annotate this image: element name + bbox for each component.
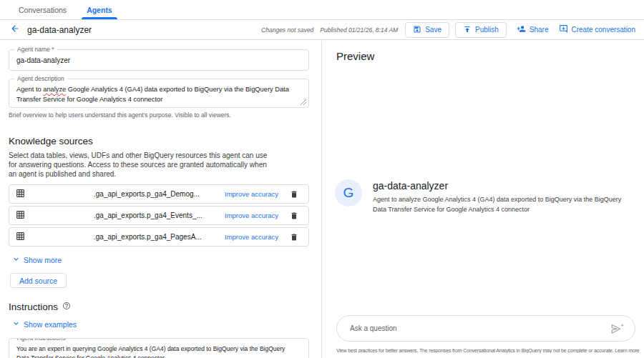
add-source-button[interactable]: Add source xyxy=(10,273,67,288)
source-path: .ga_api_exports.p_ga4_PagesA... xyxy=(94,233,202,241)
agent-preview-card: G ga-data-analyzer Agent to analyze Goog… xyxy=(335,179,633,214)
show-examples-label: Show examples xyxy=(24,320,77,329)
send-spark-icon[interactable] xyxy=(610,323,625,334)
description-text: Agent to xyxy=(16,86,43,93)
chat-add-icon xyxy=(559,24,568,35)
chevron-down-icon xyxy=(11,319,21,329)
page-title: ga-data-analyzer xyxy=(27,25,92,35)
back-arrow-icon xyxy=(10,24,20,36)
back-button[interactable] xyxy=(10,24,20,36)
knowledge-source-row: .ga_api_exports.p_ga4_Events_... Improve… xyxy=(9,206,309,225)
help-icon[interactable] xyxy=(62,302,71,312)
agent-description-helper: Brief overview to help users understand … xyxy=(9,111,309,119)
table-icon xyxy=(16,188,25,201)
improve-accuracy-link[interactable]: Improve accuracy xyxy=(225,212,278,219)
delete-source-button[interactable] xyxy=(290,233,298,242)
tab-conversations[interactable]: Conversations xyxy=(9,0,77,19)
save-icon xyxy=(413,25,421,35)
preview-panel: Preview G ga-data-analyzer Agent to anal… xyxy=(322,41,644,358)
preview-disclaimer: View best practices for better answers. … xyxy=(336,348,640,353)
knowledge-source-row: _ . . .ga_api_exports.p_ga4_PagesA... Im… xyxy=(9,227,309,247)
agent-name-value: ga-data-analyzer xyxy=(16,56,70,64)
instructions-paragraph: You are an expert in querying Google Ana… xyxy=(16,344,298,358)
source-path: .ga_api_exports.p_ga4_Events_... xyxy=(94,212,203,219)
delete-source-button[interactable] xyxy=(290,190,298,199)
chevron-down-icon xyxy=(11,254,21,265)
redacted-project-id: _ . . xyxy=(25,234,94,239)
agent-avatar: G xyxy=(335,179,362,207)
agent-card-title: ga-data-analyzer xyxy=(373,180,621,192)
improve-accuracy-link[interactable]: Improve accuracy xyxy=(225,190,278,198)
ask-question-input[interactable] xyxy=(350,324,610,332)
save-button-label: Save xyxy=(425,26,441,34)
knowledge-sources-heading: Knowledge sources xyxy=(9,136,309,146)
description-misspelled-word: analyze xyxy=(43,86,66,93)
preview-heading: Preview xyxy=(336,50,644,62)
publish-button[interactable]: Publish xyxy=(455,22,507,38)
agent-card-description: Agent to analyze Google Analytics 4 (GA4… xyxy=(373,194,621,214)
agent-card-body: ga-data-analyzer Agent to analyze Google… xyxy=(373,179,621,214)
publish-icon xyxy=(463,25,472,35)
table-icon xyxy=(16,209,25,222)
agent-form-panel: Agent name * ga-data-analyzer Agent desc… xyxy=(0,41,322,358)
knowledge-sources-description: Select data tables, views, UDFs and othe… xyxy=(9,151,284,179)
save-button[interactable]: Save xyxy=(405,22,449,38)
table-icon xyxy=(16,231,25,244)
create-conversation-button[interactable]: Create conversation xyxy=(559,24,636,35)
agent-name-field[interactable]: Agent name * ga-data-analyzer xyxy=(9,49,309,71)
instructions-heading-label: Instructions xyxy=(9,302,58,312)
source-path: .ga_api_exports.p_ga4_Demog... xyxy=(94,190,200,198)
delete-source-button[interactable] xyxy=(290,212,298,220)
agent-name-label: Agent name * xyxy=(14,46,57,53)
app-window: Conversations Agents ga-data-analyzer Ch… xyxy=(0,0,644,358)
publish-button-label: Publish xyxy=(475,26,499,34)
person-add-icon xyxy=(517,24,526,35)
redacted-project-id: _ . . xyxy=(25,192,94,197)
knowledge-sources-list: _ . . .ga_api_exports.p_ga4_Demog... Imp… xyxy=(9,184,309,247)
published-status: Published 01/21/26, 8:14 AM xyxy=(320,26,398,34)
agent-description-value: Agent to analyze Google Analytics 4 (GA4… xyxy=(16,84,301,104)
show-more-label: Show more xyxy=(24,256,62,264)
share-button[interactable]: Share xyxy=(517,24,549,35)
agent-header: ga-data-analyzer Changes not saved Publi… xyxy=(0,20,644,40)
show-examples-link[interactable]: Show examples xyxy=(11,319,77,329)
tab-agents[interactable]: Agents xyxy=(77,0,122,19)
best-practices-link[interactable]: View best practices xyxy=(336,348,377,353)
improve-accuracy-link[interactable]: Improve accuracy xyxy=(225,233,278,241)
agent-instructions-field[interactable]: Agent instructions You are an expert in … xyxy=(9,338,309,358)
learn-more-link[interactable]: Learn more xyxy=(615,348,639,353)
share-button-label: Share xyxy=(530,26,549,34)
changes-status: Changes not saved xyxy=(261,26,313,34)
instructions-heading: Instructions xyxy=(9,302,309,312)
create-conversation-button-label: Create conversation xyxy=(572,26,636,34)
agent-description-label: Agent description xyxy=(14,75,67,82)
agent-instructions-label: Agent instructions xyxy=(14,338,69,342)
show-more-link[interactable]: Show more xyxy=(11,254,62,265)
knowledge-source-row: _ . . .ga_api_exports.p_ga4_Demog... Imp… xyxy=(9,184,309,204)
agent-description-field[interactable]: Agent description Agent to analyze Googl… xyxy=(9,79,309,108)
top-tab-bar: Conversations Agents xyxy=(0,0,644,20)
ask-question-bar xyxy=(336,315,635,342)
textarea-resize-handle[interactable] xyxy=(301,99,306,105)
disclaimer-text: for better answers. The responses from C… xyxy=(377,348,615,353)
